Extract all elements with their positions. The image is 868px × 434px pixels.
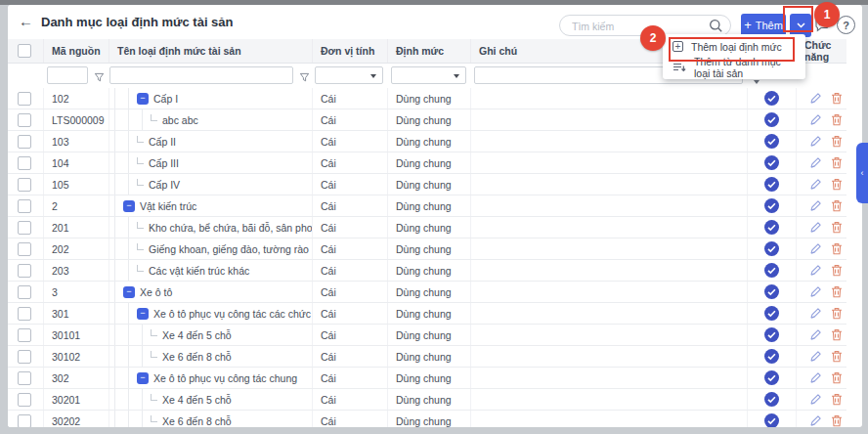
delete-icon[interactable] [831,156,843,169]
row-checkbox[interactable] [18,393,31,407]
table-row[interactable]: 30201Xe 4 đến 5 chỗCáiDùng chung [8,389,846,411]
table-row[interactable]: 301−Xe ô tô phục vụ công tác các chức da… [8,303,846,325]
code-filter-funnel-icon[interactable] [94,69,105,87]
table-row[interactable]: LTS000009abc abcCáiDùng chung [8,109,846,131]
status-filter-chevron-icon[interactable] [754,80,760,84]
delete-icon[interactable] [831,221,843,234]
table-row[interactable]: 30202Xe 6 đến 8 chỗCáiDùng chung [8,411,846,427]
unit-filter-select[interactable] [315,66,383,84]
row-checkbox[interactable] [18,156,31,170]
edit-icon[interactable] [809,264,822,277]
table-row[interactable]: 104Cấp IIICáiDùng chung [8,152,846,174]
table-row[interactable]: 102−Cấp ICáiDùng chung [8,88,846,109]
active-check-icon[interactable] [764,392,779,407]
table-row[interactable]: 302−Xe ô tô phục vụ công tác chungCáiDùn… [8,368,846,389]
table-row[interactable]: 202Giếng khoan, giếng đào, tường ràoCáiD… [8,239,846,260]
delete-icon[interactable] [831,350,843,363]
edit-icon[interactable] [809,414,822,427]
delete-icon[interactable] [831,135,843,148]
column-header-code[interactable]: Mã nguồn [44,39,109,63]
name-filter-input[interactable] [109,66,293,84]
row-checkbox[interactable] [18,350,31,364]
active-check-icon[interactable] [764,220,779,235]
active-check-icon[interactable] [764,413,779,427]
edit-icon[interactable] [809,135,822,148]
edit-icon[interactable] [809,350,822,363]
row-checkbox[interactable] [18,135,31,149]
active-check-icon[interactable] [764,370,779,385]
row-checkbox[interactable] [18,113,31,127]
delete-icon[interactable] [831,371,843,384]
help-icon[interactable]: ? [837,16,855,34]
table-row[interactable]: 30101Xe 4 đến 5 chỗCáiDùng chung [8,325,846,346]
active-check-icon[interactable] [764,263,779,278]
table-row[interactable]: 201Kho chứa, bể chứa, bãi đỗ, sân phơi, … [8,217,846,239]
table-row[interactable]: 30102Xe 6 đến 8 chỗCáiDùng chung [8,346,846,368]
edit-icon[interactable] [809,307,822,320]
edit-icon[interactable] [809,178,822,191]
collapse-icon[interactable]: − [123,286,135,298]
back-button[interactable]: ← [19,13,33,30]
row-checkbox[interactable] [18,414,31,428]
delete-icon[interactable] [831,199,843,212]
edit-icon[interactable] [809,285,822,298]
delete-icon[interactable] [831,264,843,277]
active-check-icon[interactable] [764,112,779,127]
active-check-icon[interactable] [764,327,779,342]
collapse-icon[interactable]: − [137,308,149,320]
delete-icon[interactable] [831,178,843,191]
row-checkbox[interactable] [18,178,31,192]
row-checkbox[interactable] [18,307,31,321]
select-all-checkbox[interactable] [18,44,31,58]
edit-icon[interactable] [809,328,822,341]
edit-icon[interactable] [809,199,822,212]
active-check-icon[interactable] [764,155,779,170]
edit-icon[interactable] [809,371,822,384]
delete-icon[interactable] [831,242,843,255]
table-row[interactable]: 103Cấp IICáiDùng chung [8,131,846,152]
row-checkbox[interactable] [18,242,31,256]
table-row[interactable]: 3−Xe ô tôCáiDùng chung [8,282,846,303]
table-row[interactable]: 2−Vật kiến trúcCáiDùng chung [8,195,846,217]
delete-icon[interactable] [831,307,843,320]
active-check-icon[interactable] [764,198,779,213]
edit-icon[interactable] [809,221,822,234]
row-checkbox[interactable] [18,328,31,342]
side-panel-toggle[interactable]: ‹ [856,143,868,203]
collapse-icon[interactable]: − [137,372,149,384]
delete-icon[interactable] [831,414,843,427]
delete-icon[interactable] [831,113,843,126]
delete-icon[interactable] [831,328,843,341]
active-check-icon[interactable] [764,284,779,299]
column-header-norm[interactable]: Định mức [388,39,471,63]
norm-filter-select[interactable] [391,66,466,84]
table-row[interactable]: 203Các vật kiến trúc khácCáiDùng chung [8,260,846,282]
active-check-icon[interactable] [764,349,779,364]
delete-icon[interactable] [831,285,843,298]
edit-icon[interactable] [809,242,822,255]
active-check-icon[interactable] [764,91,779,106]
edit-icon[interactable] [809,92,822,105]
edit-icon[interactable] [809,156,822,169]
row-checkbox[interactable] [18,221,31,235]
collapse-icon[interactable]: − [123,200,135,212]
active-check-icon[interactable] [764,306,779,321]
active-check-icon[interactable] [764,241,779,256]
table-row[interactable]: 105Cấp IVCáiDùng chung [8,174,846,195]
column-header-name[interactable]: Tên loại định mức tài sản [109,39,313,63]
row-checkbox[interactable] [18,92,31,106]
active-check-icon[interactable] [764,177,779,192]
delete-icon[interactable] [831,393,843,406]
row-checkbox[interactable] [18,199,31,213]
row-checkbox[interactable] [18,264,31,278]
collapse-icon[interactable]: − [137,93,149,105]
active-check-icon[interactable] [764,134,779,149]
column-header-unit[interactable]: Đơn vị tính [313,39,388,63]
delete-icon[interactable] [831,92,843,105]
name-filter-funnel-icon[interactable] [299,69,310,87]
edit-icon[interactable] [809,113,822,126]
edit-icon[interactable] [809,393,822,406]
code-filter-input[interactable] [47,66,88,84]
row-checkbox[interactable] [18,285,31,299]
row-checkbox[interactable] [18,371,31,385]
